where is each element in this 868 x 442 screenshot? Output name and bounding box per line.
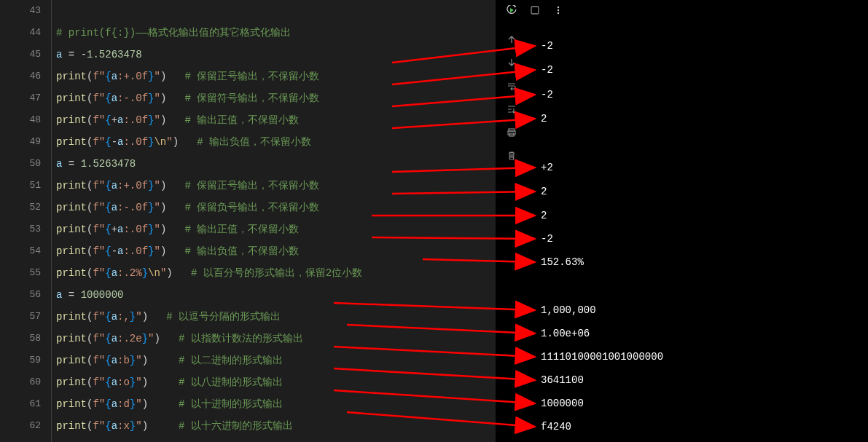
code-line[interactable]: print(f"{a:+.0f}") # 保留正号输出，不保留小数 (51, 66, 496, 87)
code-line[interactable]: print(f"{a:o}") # 以八进制的形式输出 (51, 371, 496, 393)
output-pane: -2-2-22+222-2152.63%1,000,0001.00e+06111… (496, 0, 868, 442)
output-line: -2 (541, 89, 553, 100)
line-number: 52 (0, 197, 41, 218)
line-number: 60 (0, 371, 41, 393)
code-line[interactable]: print(f"{-a:.0f}") # 输出负值，不保留小数 (51, 240, 496, 262)
down-arrow-icon[interactable] (506, 57, 517, 68)
code-line[interactable]: print(f"{a:b}") # 以二进制的形式输出 (51, 350, 496, 371)
code-line[interactable]: print(f"{a:,}") # 以逗号分隔的形式输出 (51, 306, 496, 328)
line-number: 53 (0, 218, 41, 240)
trash-icon[interactable] (506, 150, 517, 162)
output-line: f4240 (541, 421, 571, 433)
code-line[interactable]: print(f"{a:-.0f}") # 保留符号输出，不保留小数 (51, 87, 496, 109)
line-number: 43 (0, 0, 41, 22)
line-number: 62 (0, 415, 41, 437)
svg-point-1 (558, 7, 559, 8)
code-line[interactable]: # print(f{:})——格式化输出值的其它格式化输出 (51, 22, 496, 44)
line-number: 58 (0, 328, 41, 350)
output-line: -2 (541, 233, 553, 245)
output-line: +2 (541, 162, 553, 173)
wrap-icon[interactable] (506, 80, 517, 92)
line-number: 44 (0, 22, 41, 44)
output-toolbar (506, 4, 564, 16)
code-line[interactable]: print(f"{a:.2e}") # 以指数计数法的形式输出 (51, 328, 496, 350)
output-line: 152.63% (541, 256, 584, 268)
code-line[interactable]: a = 1000000 (51, 284, 496, 306)
line-number: 56 (0, 284, 41, 306)
line-number: 46 (0, 66, 41, 87)
output-line: -2 (541, 40, 553, 52)
line-number: 45 (0, 44, 41, 66)
line-number: 54 (0, 240, 41, 262)
output-line: 2 (541, 210, 547, 221)
code-editor[interactable]: 4344454647484950515253545556575859606162… (0, 0, 496, 442)
code-line[interactable]: print(f"{a:d}") # 以十进制的形式输出 (51, 393, 496, 415)
output-line: 2 (541, 113, 547, 125)
line-number: 49 (0, 131, 41, 153)
more-icon[interactable] (552, 4, 564, 16)
line-number: 51 (0, 175, 41, 197)
debug-icon[interactable] (506, 103, 517, 115)
line-number: 47 (0, 87, 41, 109)
code-line[interactable]: print(f"{a:x}") # 以十六进制的形式输出 (51, 415, 496, 437)
output-line: 1,000,000 (541, 304, 596, 316)
run-icon[interactable] (506, 4, 517, 16)
code-line[interactable]: print(f"{a:-.0f}") # 保留负号输出，不保留小数 (51, 197, 496, 218)
svg-point-2 (558, 9, 559, 11)
line-number: 50 (0, 153, 41, 175)
code-line[interactable]: print(f"{-a:.0f}\n") # 输出负值，不保留小数 (51, 131, 496, 153)
output-line: 1000000 (541, 398, 584, 409)
line-number: 61 (0, 393, 41, 415)
line-number: 63 (0, 437, 41, 442)
line-number: 55 (0, 262, 41, 284)
line-number-gutter: 4344454647484950515253545556575859606162… (0, 0, 51, 442)
up-arrow-icon[interactable] (506, 33, 517, 45)
output-line: 1.00e+06 (541, 328, 590, 339)
output-line: 11110100001001000000 (541, 351, 663, 363)
code-line[interactable]: a = -1.5263478 (51, 44, 496, 66)
svg-point-3 (558, 12, 559, 14)
stop-icon[interactable] (529, 4, 541, 16)
output-line: 3641100 (541, 374, 584, 386)
code-area[interactable]: # print(f{:})——格式化输出值的其它格式化输出a = -1.5263… (51, 0, 496, 442)
print-icon[interactable] (506, 127, 517, 138)
line-number: 57 (0, 306, 41, 328)
output-line: 2 (541, 186, 547, 197)
code-line[interactable]: print(f"{+a:.0f}") # 输出正值，不保留小数 (51, 218, 496, 240)
code-line[interactable]: print(f"{a:+.0f}") # 保留正号输出，不保留小数 (51, 175, 496, 197)
output-line: -2 (541, 64, 553, 76)
code-line[interactable]: a = 1.5263478 (51, 153, 496, 175)
code-line[interactable]: print(f"{+a:.0f}") # 输出正值，不保留小数 (51, 109, 496, 131)
svg-rect-0 (531, 7, 539, 14)
line-number: 48 (0, 109, 41, 131)
code-line[interactable] (51, 437, 496, 442)
code-line[interactable] (51, 0, 496, 22)
output-sidebar (506, 33, 517, 162)
code-line[interactable]: print(f"{a:.2%}\n") # 以百分号的形式输出，保留2位小数 (51, 262, 496, 284)
line-number: 59 (0, 350, 41, 371)
